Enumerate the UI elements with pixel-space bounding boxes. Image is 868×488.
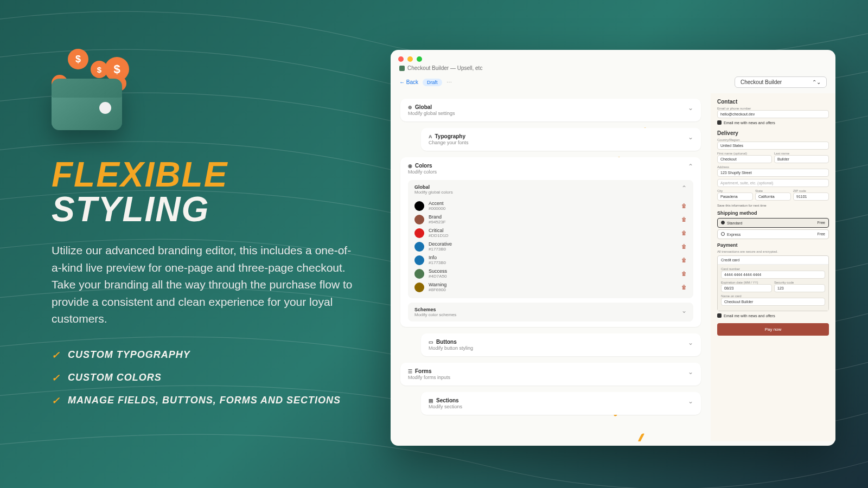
colors-schemes[interactable]: Schemes Modify color schemes ⌄ [408, 303, 693, 322]
chevron-down-icon[interactable]: ⌄ [681, 307, 687, 317]
color-row[interactable]: Warning #8F6900 🗑 [414, 280, 687, 294]
color-hex: #1773B0 [429, 260, 446, 265]
trash-icon[interactable]: 🗑 [681, 271, 687, 277]
section-forms[interactable]: ☰Forms Modify forms inputs ⌄ [400, 363, 701, 386]
breadcrumb: Checkout Builder — Upsell, etc [391, 65, 835, 74]
contact-title: Contact [717, 99, 829, 105]
color-swatch [414, 282, 424, 292]
delivery-title: Delivery [717, 130, 829, 136]
first-name-field[interactable]: Checkout [717, 155, 772, 163]
city-field[interactable]: Pasadena [717, 192, 753, 201]
back-button[interactable]: ← Back [399, 79, 418, 85]
color-row[interactable]: Brand #94523F 🗑 [414, 213, 687, 226]
pay-now-button[interactable]: Pay now [717, 323, 829, 336]
trash-icon[interactable]: 🗑 [681, 230, 687, 236]
color-swatch [414, 269, 424, 279]
color-row[interactable]: Decorative #1773B0 🗑 [414, 240, 687, 253]
color-swatch [414, 201, 424, 211]
trash-icon[interactable]: 🗑 [681, 257, 687, 263]
country-field[interactable]: United States [717, 142, 829, 150]
color-row[interactable]: Success #4D7A50 🗑 [414, 267, 687, 280]
news-checkbox[interactable]: Email me with news and offers [717, 120, 829, 125]
card-number-field[interactable]: 4444 4444 4444 4444 [721, 271, 825, 279]
chevron-up-icon[interactable]: ⌃ [688, 163, 693, 170]
payment-title: Payment [717, 242, 829, 248]
trash-icon[interactable]: 🗑 [681, 243, 687, 249]
state-field[interactable]: California [755, 192, 791, 201]
zip-field[interactable]: 91101 [793, 192, 829, 201]
app-window: Checkout Builder — Upsell, etc ← Back Dr… [391, 50, 835, 446]
headline-line2: STYLING [52, 192, 361, 227]
minimize-icon[interactable] [407, 56, 413, 62]
check-icon: ✓ [52, 349, 60, 361]
trash-icon[interactable]: 🗑 [681, 284, 687, 290]
chevron-down-icon[interactable]: ⌄ [688, 339, 693, 346]
shipping-express[interactable]: ExpressFree [717, 229, 829, 239]
annotation-check-icon: ✓ [629, 427, 650, 441]
chevron-down-icon[interactable]: ⌄ [688, 397, 693, 405]
palette-icon: ◉ [408, 163, 412, 169]
chevron-updown-icon: ⌃⌄ [812, 79, 821, 85]
color-name: Decorative [429, 241, 452, 247]
color-row[interactable]: Critical #DD1D1D 🗑 [414, 226, 687, 240]
section-global[interactable]: ⊕Global Modify global settings ⌄ [400, 99, 701, 121]
color-hex: #94523F [429, 220, 446, 224]
typography-icon: A [429, 134, 432, 139]
color-name: Accent [429, 201, 445, 206]
headline-line1: FLEXIBLE [52, 157, 361, 192]
check-icon: ✓ [52, 372, 60, 384]
maximize-icon[interactable] [417, 56, 422, 62]
feature-text: Custom Typography [68, 349, 190, 361]
color-row[interactable]: Accent #000000 🗑 [414, 199, 687, 213]
chevron-down-icon[interactable]: ⌄ [688, 368, 693, 376]
expiry-field[interactable]: 08/23 [721, 284, 772, 292]
colors-global: Global Modify global colors ⌃ Accent #00… [408, 180, 693, 298]
color-hex: #8F6900 [429, 287, 446, 292]
color-hex: #000000 [429, 206, 445, 211]
description: Utilize our advanced branding editor, th… [52, 242, 361, 328]
news-checkbox-2[interactable]: Email me with news and offers [717, 313, 829, 318]
chevron-down-icon[interactable]: ⌄ [688, 133, 693, 141]
chevron-up-icon[interactable]: ⌃ [681, 184, 687, 195]
marketing-panel: $ $ $ $ $ FLEXIBLE STYLING Utilize our a… [52, 49, 361, 418]
toolbar: ← Back Draft ⋯ Checkout Builder ⌃⌄ [391, 74, 835, 93]
color-name: Info [429, 255, 446, 260]
color-swatch [414, 228, 424, 238]
settings-panel: ✓ ✓ ✓ ✓ ✓ ✓ ⊕Global Modify global settin… [391, 93, 711, 441]
color-name: Brand [429, 214, 446, 220]
feature-text: Manage Fields, Buttons, Forms and Sectio… [68, 395, 341, 406]
globe-icon: ⊕ [408, 105, 412, 110]
forms-icon: ☰ [408, 369, 412, 374]
sections-icon: ▤ [429, 398, 433, 403]
section-sections[interactable]: ▤Sections Modify sections ⌄ [421, 392, 701, 415]
feature-text: Custom Colors [68, 372, 162, 383]
email-field[interactable]: hello@checkout.dev [717, 110, 829, 118]
address-field[interactable]: 123 Shopify Street [717, 169, 829, 177]
color-name: Success [429, 268, 447, 274]
last-name-field[interactable]: Builder [774, 155, 829, 163]
color-swatch [414, 255, 424, 265]
trash-icon[interactable]: 🗑 [681, 216, 687, 222]
color-swatch [414, 242, 424, 252]
apt-field[interactable]: Apartment, suite, etc. (optional) [717, 179, 829, 187]
page-selector[interactable]: Checkout Builder ⌃⌄ [735, 76, 827, 88]
window-controls[interactable] [391, 50, 835, 65]
color-name: Warning [429, 282, 446, 287]
draft-badge: Draft [423, 79, 442, 86]
section-colors[interactable]: ◉Colors Modify colors ⌃ Global Modify gl… [400, 157, 701, 327]
button-icon: ▭ [429, 339, 433, 345]
color-hex: #4D7A50 [429, 274, 447, 279]
shipping-standard[interactable]: StandardFree [717, 218, 829, 228]
name-on-card-field[interactable]: Checkout Builder [721, 298, 825, 306]
section-buttons[interactable]: ▭Buttons Modify button styling ⌄ [421, 333, 701, 356]
more-icon[interactable]: ⋯ [446, 79, 452, 85]
chevron-down-icon[interactable]: ⌄ [688, 104, 693, 112]
color-row[interactable]: Info #1773B0 🗑 [414, 253, 687, 267]
section-typography[interactable]: ATypography Change your fonts ⌄ [421, 128, 701, 151]
color-hex: #1773B0 [429, 247, 452, 252]
color-swatch [414, 215, 424, 224]
close-icon[interactable] [398, 56, 404, 62]
cvc-field[interactable]: 123 [774, 284, 825, 292]
color-name: Critical [429, 228, 448, 233]
trash-icon[interactable]: 🗑 [681, 203, 687, 209]
